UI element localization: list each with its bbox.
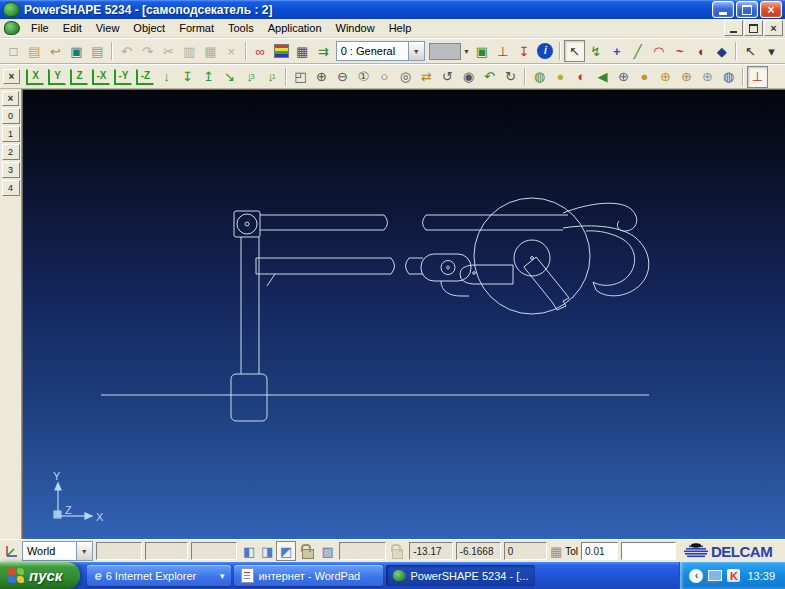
- rotate-view-icon[interactable]: ↺: [437, 66, 458, 88]
- backface-view-icon[interactable]: ◀: [592, 66, 613, 88]
- save-icon[interactable]: ▣: [66, 40, 87, 62]
- menu-item[interactable]: View: [89, 21, 127, 35]
- menu-item[interactable]: Format: [172, 21, 221, 35]
- start-button[interactable]: пуск: [0, 562, 80, 589]
- toolbar-close-button[interactable]: ×: [3, 69, 20, 84]
- print-icon[interactable]: ▤: [87, 40, 108, 62]
- task-group-chevron-icon[interactable]: ▾: [220, 571, 225, 581]
- gold-shaded-icon[interactable]: ●: [634, 66, 655, 88]
- level-button[interactable]: 4: [2, 180, 20, 196]
- view-from-minus-y-icon[interactable]: -Y: [114, 69, 132, 85]
- zoom-in-icon[interactable]: ⊕: [311, 66, 332, 88]
- system-tray: ‹ K 13:39: [679, 562, 785, 589]
- view-from-minus-x-icon[interactable]: -X: [92, 69, 110, 85]
- move-icon[interactable]: +: [606, 40, 627, 62]
- info-icon[interactable]: i: [537, 43, 553, 59]
- menu-item[interactable]: Edit: [56, 21, 89, 35]
- iso-view-3-num-icon[interactable]: ↓3: [240, 66, 261, 88]
- levels-icon[interactable]: ⇉: [313, 40, 334, 62]
- menu-item[interactable]: Object: [126, 21, 172, 35]
- view-from-y-icon[interactable]: Y: [48, 69, 66, 85]
- level-button[interactable]: 2: [2, 144, 20, 160]
- line-style-swatch[interactable]: [429, 43, 461, 60]
- zoom-out-icon[interactable]: ⊖: [332, 66, 353, 88]
- surface-icon[interactable]: ◖: [690, 40, 711, 62]
- view-from-minus-z-icon[interactable]: -Z: [136, 69, 154, 85]
- task-powershape[interactable]: PowerSHAPE 5234 - [...: [386, 565, 535, 586]
- transparent-wire-icon[interactable]: ⊕: [697, 66, 718, 88]
- hide-icons-button[interactable]: ‹: [689, 569, 703, 583]
- level-button[interactable]: 0: [2, 108, 20, 124]
- open-file-icon[interactable]: ▤: [24, 40, 45, 62]
- refresh-view-icon[interactable]: ↻: [500, 66, 521, 88]
- shaded-view-icon[interactable]: ●: [550, 66, 571, 88]
- minimize-button[interactable]: [712, 1, 734, 18]
- pan-hand-icon[interactable]: ⇄: [416, 66, 437, 88]
- paste-icon[interactable]: ▦: [200, 40, 221, 62]
- dynamic-section-icon[interactable]: ◐: [571, 66, 592, 88]
- zoom-previous-icon[interactable]: ◎: [395, 66, 416, 88]
- level-button[interactable]: 3: [2, 162, 20, 178]
- line-icon[interactable]: ╱: [627, 40, 648, 62]
- earth-view-icon[interactable]: ◍: [718, 66, 739, 88]
- cut-icon[interactable]: ✂: [158, 40, 179, 62]
- graphics-viewport[interactable]: Y Z X: [22, 89, 785, 539]
- close-button[interactable]: ×: [760, 1, 782, 18]
- active-tool-icon[interactable]: ⊥: [747, 66, 768, 88]
- level-button[interactable]: 1: [2, 126, 20, 142]
- iso-view-2-icon[interactable]: ↧: [177, 66, 198, 88]
- task-internet-explorer[interactable]: e 6 Internet Explorer ▾: [87, 565, 231, 586]
- undo-view-icon[interactable]: ↶: [479, 66, 500, 88]
- zoom-one-icon[interactable]: ①: [353, 66, 374, 88]
- mdi-restore-button[interactable]: [744, 20, 763, 36]
- iso-view-1-icon[interactable]: ↓: [156, 66, 177, 88]
- menu-item[interactable]: Help: [382, 21, 419, 35]
- quick-select-icon[interactable]: ↯: [585, 40, 606, 62]
- colour-bars-icon[interactable]: [274, 44, 289, 58]
- lock-open-icon[interactable]: [302, 549, 314, 559]
- select-tool-icon[interactable]: ↖: [740, 40, 761, 62]
- select-dropdown-icon[interactable]: ▾: [761, 40, 782, 62]
- hidden-wire-icon[interactable]: ⊕: [613, 66, 634, 88]
- mdi-close-button[interactable]: ×: [764, 20, 783, 36]
- view-from-z-icon[interactable]: Z: [70, 69, 88, 85]
- workplane-icon[interactable]: ▣: [471, 40, 492, 62]
- redo-icon[interactable]: ↷: [137, 40, 158, 62]
- task-wordpad[interactable]: интернет - WordPad: [234, 565, 383, 586]
- delete-icon[interactable]: ×: [221, 40, 242, 62]
- curve-icon[interactable]: ~: [669, 40, 690, 62]
- tan-wire-icon[interactable]: ⊕: [676, 66, 697, 88]
- import-icon[interactable]: ↩: [45, 40, 66, 62]
- axis-label-x: X: [96, 511, 104, 523]
- new-file-icon[interactable]: □: [3, 40, 24, 62]
- calculator-icon[interactable]: ▦: [292, 40, 313, 62]
- menu-item[interactable]: Application: [261, 21, 329, 35]
- menu-item[interactable]: File: [24, 21, 56, 35]
- level-select[interactable]: 0 : General ▼: [336, 41, 425, 61]
- zoom-circle-icon[interactable]: ○: [374, 66, 395, 88]
- gold-wire-icon[interactable]: ⊕: [655, 66, 676, 88]
- restore-button[interactable]: [736, 1, 758, 18]
- view-lock-icon[interactable]: ◉: [458, 66, 479, 88]
- select-cursor-icon[interactable]: ↖: [564, 40, 585, 62]
- line-style-dropdown-icon[interactable]: ▼: [463, 48, 471, 55]
- kaspersky-icon[interactable]: K: [727, 569, 740, 582]
- iso-view-1-num-icon[interactable]: ↓1: [261, 66, 282, 88]
- undo-icon[interactable]: ↶: [116, 40, 137, 62]
- menu-item[interactable]: Window: [329, 21, 382, 35]
- levels-panel-close-button[interactable]: ×: [2, 91, 19, 106]
- network-icon[interactable]: [708, 570, 722, 581]
- pin-icon[interactable]: ↧: [513, 40, 534, 62]
- clamp-icon[interactable]: ⊥: [492, 40, 513, 62]
- iso-view-4-icon[interactable]: ↘: [219, 66, 240, 88]
- copy-icon[interactable]: ▥: [179, 40, 200, 62]
- arc-icon[interactable]: ◠: [648, 40, 669, 62]
- mdi-minimize-button[interactable]: [724, 20, 743, 36]
- wireframe-globe-icon[interactable]: ◍: [529, 66, 550, 88]
- blend-icon[interactable]: ∞: [250, 40, 271, 62]
- menu-item[interactable]: Tools: [221, 21, 261, 35]
- view-from-x-icon[interactable]: X: [26, 69, 44, 85]
- solid-icon[interactable]: ◆: [711, 40, 732, 62]
- iso-view-3-icon[interactable]: ↥: [198, 66, 219, 88]
- zoom-fit-icon[interactable]: ◰: [290, 66, 311, 88]
